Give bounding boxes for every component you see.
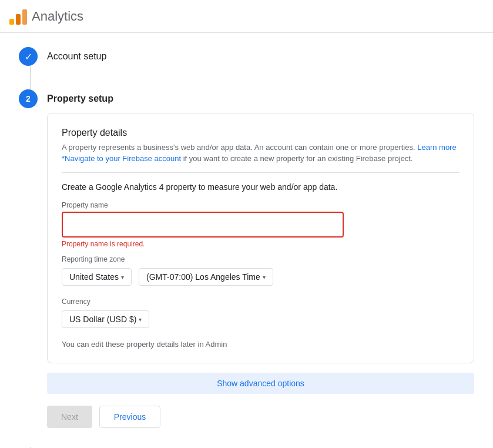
ga4-description: Create a Google Analytics 4 property to … [62,182,460,192]
admin-note: You can edit these property details late… [62,340,460,349]
currency-label: Currency [62,297,460,306]
main-content: ✓ Account setup 2 Property setup Propert… [0,33,493,448]
logo-bar-1 [9,19,14,25]
timezone-dropdowns-row: United States ▾ (GMT-07:00) Los Angeles … [62,268,460,286]
property-details-card: Property details A property represents a… [47,113,474,363]
show-advanced-options-button[interactable]: Show advanced options [47,373,474,394]
step-2-circle: 2 [19,89,38,108]
currency-dropdown-arrow: ▾ [139,316,142,323]
nav-buttons-row: Next Previous [47,406,474,428]
checkmark-icon: ✓ [25,51,32,62]
timezone-dropdown-arrow: ▾ [263,274,266,280]
property-name-label: Property name [62,201,460,209]
card-divider [62,172,460,173]
step-2-label: Property setup [47,89,113,108]
logo-bar-3 [22,9,27,25]
analytics-logo-icon [9,8,27,25]
previous-button[interactable]: Previous [99,406,160,428]
logo-bar-2 [16,14,21,25]
country-dropdown-arrow: ▾ [121,274,124,280]
steps-container: ✓ Account setup 2 Property setup Propert… [19,47,474,448]
step-property-setup: 2 Property setup [19,89,474,108]
timezone-value: (GMT-07:00) Los Angeles Time [146,272,260,282]
currency-value: US Dollar (USD $) [69,315,136,324]
property-name-error: Property name is required. [62,240,460,248]
card-description: A property represents a business's web a… [62,143,460,152]
step-1-label: Account setup [47,47,106,66]
step-connector-1 [30,66,31,89]
step-1-circle: ✓ [19,47,38,66]
step-account-setup: ✓ Account setup [19,47,474,66]
firebase-link-row: *Navigate to your Firebase account if yo… [62,154,460,163]
country-value: United States [69,272,119,282]
app-header: Analytics [0,0,493,33]
property-name-input[interactable] [62,212,344,238]
step-2-number: 2 [26,94,31,103]
currency-dropdown[interactable]: US Dollar (USD $) ▾ [62,310,149,328]
reporting-timezone-label: Reporting time zone [62,255,460,263]
card-title: Property details [62,128,460,138]
country-dropdown[interactable]: United States ▾ [62,268,132,286]
app-title: Analytics [32,9,83,24]
firebase-account-link[interactable]: *Navigate to your Firebase account [62,154,181,163]
timezone-dropdown[interactable]: (GMT-07:00) Los Angeles Time ▾ [139,268,273,286]
next-button[interactable]: Next [47,406,92,428]
logo-container: Analytics [9,8,83,25]
learn-more-link[interactable]: Learn more [417,143,456,152]
